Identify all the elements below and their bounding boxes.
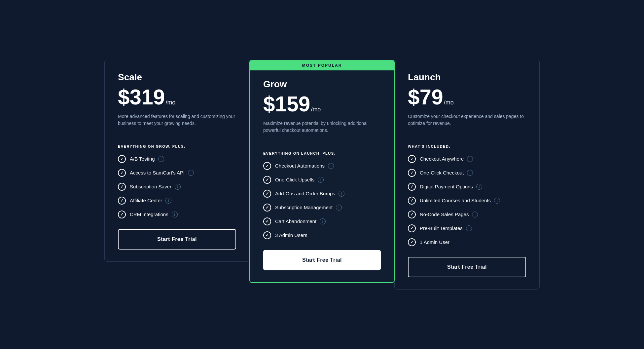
- check-circle-icon: ✓: [408, 155, 416, 163]
- features-list: ✓ A/B Testing i ✓ Access to SamCart's AP…: [118, 155, 236, 218]
- info-icon[interactable]: i: [476, 184, 482, 190]
- feature-item: ✓ Digital Payment Options i: [408, 183, 526, 191]
- feature-text: 1 Admin User: [420, 239, 449, 245]
- feature-text-group: Subscription Management i: [275, 205, 342, 211]
- divider: [263, 142, 381, 142]
- features-list: ✓ Checkout Anywhere i ✓ One-Click Checko…: [408, 155, 526, 246]
- feature-text: Cart Abandonment: [275, 218, 316, 224]
- check-circle-icon: ✓: [408, 211, 416, 218]
- plan-content: Scale $319 /mo More advanced features fo…: [118, 72, 236, 250]
- feature-item: ✓ Add-Ons and Order Bumps i: [263, 190, 381, 198]
- feature-text: No-Code Sales Pages: [420, 212, 469, 217]
- check-circle-icon: ✓: [263, 176, 271, 184]
- check-mark: ✓: [120, 184, 124, 189]
- plan-price: $159 /mo: [263, 94, 381, 115]
- info-icon[interactable]: i: [188, 170, 194, 176]
- plan-name: Launch: [408, 72, 526, 83]
- price-amount: $79: [408, 87, 443, 108]
- feature-text-group: Checkout Automations i: [275, 163, 334, 169]
- feature-item: ✓ Access to SamCart's API i: [118, 169, 236, 177]
- feature-item: ✓ One-Click Upsells i: [263, 176, 381, 184]
- check-circle-icon: ✓: [408, 169, 416, 177]
- check-circle-icon: ✓: [263, 231, 271, 239]
- check-circle-icon: ✓: [263, 204, 271, 212]
- check-mark: ✓: [266, 233, 269, 238]
- check-mark: ✓: [266, 219, 269, 224]
- info-icon[interactable]: i: [165, 198, 171, 204]
- start-trial-button-grow[interactable]: Start Free Trial: [263, 250, 381, 270]
- feature-item: ✓ CRM Integrations i: [118, 211, 236, 218]
- feature-text-group: Cart Abandonment i: [275, 218, 326, 224]
- info-icon[interactable]: i: [467, 170, 473, 176]
- check-circle-icon: ✓: [118, 211, 126, 218]
- check-mark: ✓: [410, 212, 413, 217]
- feature-text-group: No-Code Sales Pages i: [420, 212, 478, 217]
- feature-text-group: One-Click Checkout i: [420, 170, 473, 176]
- info-icon[interactable]: i: [339, 191, 344, 197]
- feature-text: 3 Admin Users: [275, 232, 307, 238]
- feature-text-group: One-Click Upsells i: [275, 177, 324, 183]
- info-icon[interactable]: i: [328, 163, 334, 169]
- check-mark: ✓: [410, 157, 413, 161]
- plan-description: Customize your checkout experience and s…: [408, 113, 526, 127]
- plan-content: Launch $79 /mo Customize your checkout e…: [408, 72, 526, 277]
- check-mark: ✓: [120, 198, 124, 203]
- info-icon[interactable]: i: [467, 156, 473, 162]
- check-mark: ✓: [120, 157, 124, 161]
- feature-text: One-Click Upsells: [275, 177, 314, 182]
- plan-card-grow: MOST POPULAR Grow $159 /mo Maximize reve…: [249, 60, 395, 283]
- info-icon[interactable]: i: [158, 156, 164, 162]
- check-circle-icon: ✓: [118, 169, 126, 177]
- info-icon[interactable]: i: [472, 212, 478, 217]
- info-icon[interactable]: i: [336, 205, 342, 211]
- feature-text-group: 3 Admin Users: [275, 232, 307, 238]
- info-icon[interactable]: i: [466, 225, 472, 231]
- feature-text: Subscription Management: [275, 205, 333, 210]
- feature-item: ✓ 1 Admin User: [408, 238, 526, 246]
- check-mark: ✓: [410, 198, 413, 203]
- feature-item: ✓ Affiliate Center i: [118, 197, 236, 205]
- check-mark: ✓: [410, 184, 413, 189]
- feature-text-group: Affiliate Center i: [130, 198, 171, 204]
- info-icon[interactable]: i: [494, 198, 500, 204]
- feature-text: A/B Testing: [130, 156, 155, 162]
- price-period: /mo: [165, 99, 175, 106]
- check-mark: ✓: [410, 226, 413, 231]
- plan-content: Grow $159 /mo Maximize revenue potential…: [263, 79, 381, 270]
- check-circle-icon: ✓: [118, 155, 126, 163]
- plan-name: Scale: [118, 72, 236, 83]
- feature-text-group: Access to SamCart's API i: [130, 170, 194, 176]
- plan-description: More advanced features for scaling and c…: [118, 113, 236, 127]
- check-mark: ✓: [266, 205, 269, 210]
- plan-description: Maximize revenue potential by unlocking …: [263, 120, 381, 134]
- feature-text: Unlimited Courses and Students: [420, 198, 491, 203]
- features-label: WHAT'S INCLUDED:: [408, 144, 526, 148]
- price-amount: $159: [263, 94, 310, 115]
- check-circle-icon: ✓: [408, 238, 416, 246]
- plan-card-scale: Scale $319 /mo More advanced features fo…: [104, 60, 250, 262]
- plan-name: Grow: [263, 79, 381, 90]
- feature-item: ✓ Pre-Built Templates i: [408, 224, 526, 232]
- feature-text: Access to SamCart's API: [130, 170, 185, 175]
- feature-text: CRM Integrations: [130, 212, 168, 217]
- feature-text-group: 1 Admin User: [420, 239, 449, 245]
- price-period: /mo: [311, 106, 321, 113]
- feature-text-group: A/B Testing i: [130, 156, 164, 162]
- start-trial-button-scale[interactable]: Start Free Trial: [118, 229, 236, 250]
- features-label: EVERYTHING ON GROW, PLUS:: [118, 144, 236, 148]
- info-icon[interactable]: i: [320, 218, 326, 224]
- feature-item: ✓ Subscription Management i: [263, 204, 381, 212]
- info-icon[interactable]: i: [175, 184, 181, 190]
- info-icon[interactable]: i: [318, 177, 324, 183]
- start-trial-button-launch[interactable]: Start Free Trial: [408, 257, 526, 277]
- check-mark: ✓: [120, 212, 124, 217]
- check-mark: ✓: [266, 177, 269, 182]
- check-circle-icon: ✓: [118, 183, 126, 191]
- info-icon[interactable]: i: [172, 212, 178, 217]
- feature-item: ✓ One-Click Checkout i: [408, 169, 526, 177]
- feature-text: Checkout Automations: [275, 163, 325, 169]
- check-mark: ✓: [266, 191, 269, 196]
- most-popular-badge: MOST POPULAR: [250, 60, 394, 70]
- check-circle-icon: ✓: [408, 183, 416, 191]
- check-mark: ✓: [410, 171, 413, 175]
